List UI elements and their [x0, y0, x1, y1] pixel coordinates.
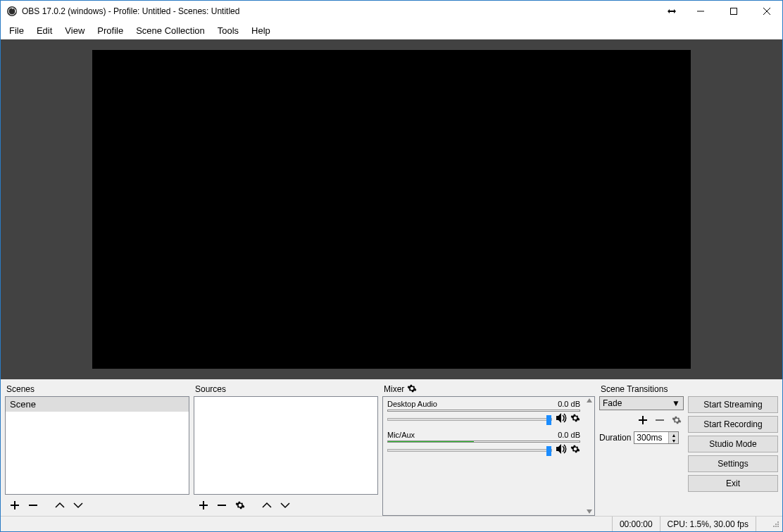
transition-properties-button[interactable] — [670, 413, 684, 427]
mixer-list: Desktop Audio0.0 dBMic/Aux0.0 dB — [382, 396, 595, 516]
svg-point-21 — [777, 524, 779, 525]
svg-marker-12 — [556, 413, 561, 423]
scenes-toolbar — [5, 495, 189, 516]
speaker-icon[interactable] — [556, 444, 568, 456]
slider-thumb[interactable] — [546, 446, 551, 456]
duration-field[interactable] — [634, 432, 668, 443]
status-time: 00:00:00 — [612, 517, 660, 531]
source-up-button[interactable] — [260, 498, 274, 512]
svg-point-19 — [777, 521, 779, 523]
mixer-track: Desktop Audio0.0 dB — [387, 400, 580, 429]
svg-point-23 — [775, 526, 777, 527]
transition-select[interactable]: Fade ▼ — [599, 396, 684, 410]
remove-source-button[interactable] — [215, 498, 229, 512]
obs-logo-icon — [6, 6, 18, 17]
sources-header: Sources — [194, 382, 378, 396]
svg-marker-14 — [587, 398, 592, 403]
chevron-down-icon: ▼ — [672, 398, 680, 408]
resize-grip-icon[interactable] — [770, 519, 781, 529]
duration-input[interactable]: ▲▼ — [634, 431, 679, 444]
transitions-header: Scene Transitions — [599, 382, 684, 396]
status-cpu: CPU: 1.5%, 30.00 fps — [660, 517, 756, 531]
mixer-scrollbar[interactable] — [584, 397, 594, 515]
track-level: 0.0 dB — [558, 431, 580, 439]
track-settings-button[interactable] — [570, 413, 580, 425]
menu-file[interactable]: File — [4, 24, 30, 37]
menu-view[interactable]: View — [59, 24, 90, 37]
svg-point-20 — [775, 524, 777, 525]
preview-canvas[interactable] — [92, 50, 691, 369]
remove-scene-button[interactable] — [26, 498, 40, 512]
track-name: Desktop Audio — [387, 400, 437, 408]
mixer-title: Mixer — [384, 384, 404, 394]
menu-scene-collection[interactable]: Scene Collection — [130, 24, 211, 37]
source-properties-button[interactable] — [233, 498, 247, 512]
remove-transition-button[interactable] — [653, 413, 667, 427]
sources-list[interactable] — [194, 396, 378, 495]
maximize-button[interactable] — [718, 1, 749, 22]
add-source-button[interactable] — [196, 498, 211, 512]
source-down-button[interactable] — [278, 498, 292, 512]
mixer-settings-button[interactable] — [407, 384, 417, 395]
menu-tools[interactable]: Tools — [212, 24, 244, 37]
speaker-icon[interactable] — [556, 413, 568, 425]
svg-point-24 — [777, 526, 779, 527]
preview-area[interactable] — [1, 39, 782, 379]
scenes-list[interactable]: Scene — [5, 396, 189, 495]
menu-help[interactable]: Help — [246, 24, 276, 37]
resize-drag-icon[interactable] — [660, 6, 683, 16]
track-name: Mic/Aux — [387, 431, 415, 439]
scene-down-button[interactable] — [71, 498, 85, 512]
volume-meter — [387, 441, 580, 443]
menu-profile[interactable]: Profile — [92, 24, 129, 37]
duration-label: Duration — [599, 433, 631, 443]
window-title: OBS 17.0.2 (windows) - Profile: Untitled… — [22, 6, 239, 16]
bottom-panels: Scenes Scene Sources Mixer Des — [1, 379, 782, 516]
volume-slider[interactable] — [387, 418, 552, 421]
transitions-panel: Scene Transitions Fade ▼ Duration ▲▼ — [599, 382, 684, 516]
scene-item[interactable]: Scene — [6, 397, 189, 412]
svg-marker-15 — [587, 509, 592, 514]
mixer-header: Mixer — [382, 382, 595, 396]
start-recording-button[interactable]: Start Recording — [688, 416, 778, 433]
svg-point-22 — [773, 526, 775, 527]
mixer-track: Mic/Aux0.0 dB — [387, 431, 580, 460]
exit-button[interactable]: Exit — [688, 475, 778, 492]
scenes-header: Scenes — [5, 382, 189, 396]
track-settings-button[interactable] — [570, 444, 580, 456]
studio-mode-button[interactable]: Studio Mode — [688, 436, 778, 452]
start-streaming-button[interactable]: Start Streaming — [688, 396, 778, 413]
sources-panel: Sources — [194, 382, 378, 516]
slider-thumb[interactable] — [546, 415, 551, 425]
close-button[interactable] — [751, 1, 782, 22]
svg-rect-3 — [730, 8, 737, 15]
volume-slider[interactable] — [387, 449, 552, 452]
track-level: 0.0 dB — [558, 400, 580, 408]
controls-panel: Start Streaming Start Recording Studio M… — [688, 382, 778, 516]
volume-meter — [387, 410, 580, 412]
menu-bar: File Edit View Profile Scene Collection … — [1, 22, 782, 39]
status-bar: 00:00:00 CPU: 1.5%, 30.00 fps — [1, 516, 782, 531]
scenes-panel: Scenes Scene — [5, 382, 189, 516]
title-bar: OBS 17.0.2 (windows) - Profile: Untitled… — [1, 1, 782, 22]
sources-toolbar — [194, 495, 378, 516]
scene-up-button[interactable] — [53, 498, 67, 512]
svg-marker-13 — [556, 444, 561, 454]
add-transition-button[interactable] — [636, 413, 650, 427]
menu-edit[interactable]: Edit — [31, 24, 58, 37]
duration-spinner[interactable]: ▲▼ — [668, 432, 678, 443]
transition-selected: Fade — [603, 398, 622, 408]
settings-button[interactable]: Settings — [688, 455, 778, 472]
minimize-button[interactable] — [684, 1, 716, 22]
mixer-panel: Mixer Desktop Audio0.0 dBMic/Aux0.0 dB — [382, 382, 595, 516]
add-scene-button[interactable] — [8, 498, 22, 512]
